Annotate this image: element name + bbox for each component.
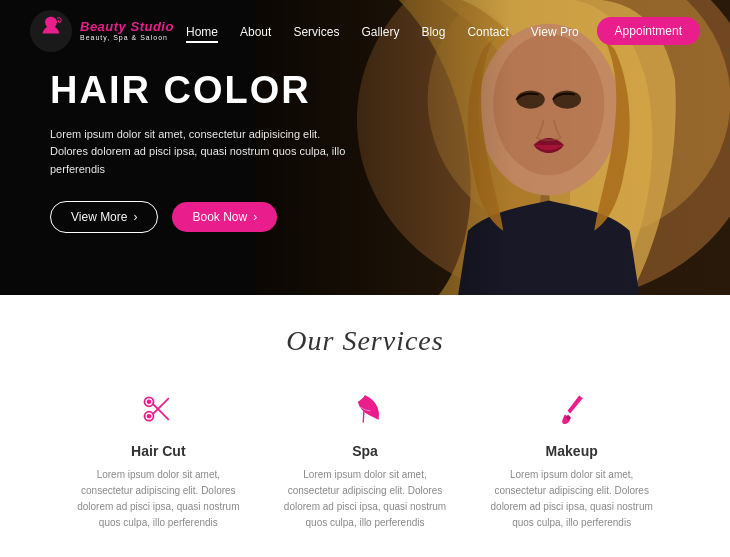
book-now-arrow: › (253, 210, 257, 224)
service-makeup: Makeup Lorem ipsum dolor sit amet, conse… (473, 387, 670, 531)
service-makeup-desc: Lorem ipsum dolor sit amet, consectetur … (483, 467, 660, 531)
service-haircut: Hair Cut Lorem ipsum dolor sit amet, con… (60, 387, 257, 531)
nav-view-pro[interactable]: View Pro (531, 25, 579, 39)
appointment-button[interactable]: Appointment (597, 17, 700, 45)
view-more-label: View More (71, 210, 127, 224)
services-heading: Our Services (20, 325, 710, 357)
svg-point-14 (147, 414, 152, 419)
service-haircut-desc: Lorem ipsum dolor sit amet, consectetur … (70, 467, 247, 531)
navigation: Beauty Studio Beauty, Spa & Saloon Home … (0, 0, 730, 62)
service-spa-desc: Lorem ipsum dolor sit amet, consectetur … (277, 467, 454, 531)
scissors-icon (136, 387, 180, 431)
nav-blog[interactable]: Blog (421, 25, 445, 39)
svg-point-13 (147, 400, 152, 405)
nav-contact[interactable]: Contact (467, 25, 508, 39)
hero-title: HAIR COLOR (50, 70, 350, 112)
nav-gallery[interactable]: Gallery (361, 25, 399, 39)
brush-icon (550, 387, 594, 431)
book-now-button[interactable]: Book Now › (172, 202, 277, 232)
brand-sub: Beauty, Spa & Saloon (80, 34, 174, 42)
services-section: Our Services Hair Cut Lorem ipsum dolor … (0, 295, 730, 557)
leaf-icon (343, 387, 387, 431)
service-spa-name: Spa (277, 443, 454, 459)
hero-description: Lorem ipsum dolor sit amet, consectetur … (50, 126, 350, 179)
book-now-label: Book Now (192, 210, 247, 224)
nav-services[interactable]: Services (293, 25, 339, 39)
service-makeup-name: Makeup (483, 443, 660, 459)
view-more-arrow: › (133, 210, 137, 224)
hero-buttons: View More › Book Now › (50, 201, 350, 233)
logo[interactable]: Beauty Studio Beauty, Spa & Saloon (30, 10, 174, 52)
nav-home[interactable]: Home (186, 25, 218, 43)
service-haircut-name: Hair Cut (70, 443, 247, 459)
hero-content: HAIR COLOR Lorem ipsum dolor sit amet, c… (50, 70, 350, 233)
view-more-button[interactable]: View More › (50, 201, 158, 233)
brand-name: Beauty Studio (80, 20, 174, 34)
nav-about[interactable]: About (240, 25, 271, 39)
service-spa: Spa Lorem ipsum dolor sit amet, consecte… (267, 387, 464, 531)
services-grid: Hair Cut Lorem ipsum dolor sit amet, con… (20, 387, 710, 531)
